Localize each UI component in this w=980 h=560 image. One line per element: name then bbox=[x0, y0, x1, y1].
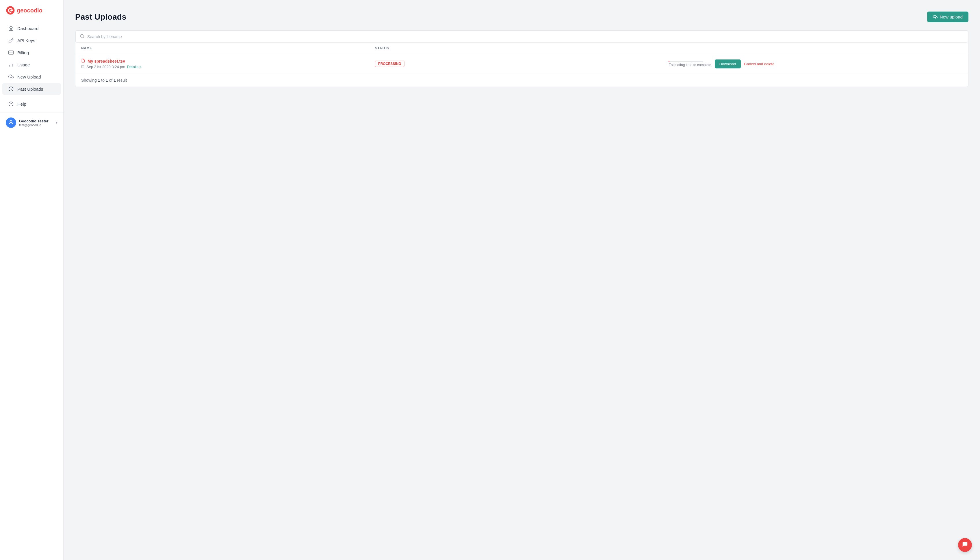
column-status-header: STATUS bbox=[375, 46, 669, 50]
row-actions: Estimating time to complete Download Can… bbox=[669, 60, 962, 68]
new-upload-button[interactable]: New upload bbox=[927, 12, 968, 22]
svg-line-13 bbox=[83, 37, 84, 38]
geocodio-logo-icon bbox=[6, 6, 15, 15]
user-info: Geocodio Tester test@geocod.io bbox=[19, 119, 53, 127]
home-icon bbox=[8, 25, 14, 31]
nav-help-list: Help bbox=[0, 98, 63, 113]
file-name: My spreadsheet.tsv bbox=[81, 58, 375, 63]
question-icon bbox=[8, 101, 14, 107]
main-content: Past Uploads New upload NAME STATUS bbox=[64, 0, 980, 560]
result-range-end: 1 bbox=[106, 78, 108, 83]
sidebar-item-usage[interactable]: Usage bbox=[2, 59, 61, 70]
upload-icon bbox=[8, 74, 14, 80]
sidebar-item-api-keys[interactable]: API Keys bbox=[2, 35, 61, 46]
progress-fill bbox=[669, 61, 669, 62]
svg-point-12 bbox=[80, 34, 84, 38]
result-total: 1 bbox=[114, 78, 116, 83]
table-header: NAME STATUS bbox=[75, 43, 968, 54]
chart-icon bbox=[8, 62, 14, 68]
sidebar-item-new-upload[interactable]: New Upload bbox=[2, 71, 61, 83]
sidebar-item-label: Past Uploads bbox=[17, 87, 43, 92]
result-range-start: 1 bbox=[98, 78, 100, 83]
chat-icon bbox=[962, 541, 968, 549]
page-header: Past Uploads New upload bbox=[75, 12, 968, 22]
user-name: Geocodio Tester bbox=[19, 119, 53, 123]
logo-area: geocodio bbox=[0, 0, 63, 20]
chevron-down-icon: ▾ bbox=[56, 121, 57, 125]
user-email: test@geocod.io bbox=[19, 123, 53, 127]
search-bar bbox=[75, 31, 968, 43]
table-footer: Showing 1 to 1 of 1 result bbox=[75, 74, 968, 87]
sidebar: geocodio Dashboard API Keys Billing bbox=[0, 0, 64, 560]
sidebar-item-help[interactable]: Help bbox=[2, 98, 61, 110]
nav-list: Dashboard API Keys Billing Usage bbox=[0, 20, 63, 98]
sidebar-help-label: Help bbox=[17, 102, 26, 107]
page-title: Past Uploads bbox=[75, 12, 126, 22]
progress-bar-area: Estimating time to complete bbox=[669, 61, 711, 67]
svg-point-10 bbox=[10, 121, 12, 123]
table-row: My spreadsheet.tsv Sep 21st 2020 3:24 pm… bbox=[75, 54, 968, 74]
sidebar-item-label: Billing bbox=[17, 50, 29, 55]
search-input[interactable] bbox=[87, 34, 964, 39]
sidebar-item-label: New Upload bbox=[17, 75, 41, 79]
file-info-cell: My spreadsheet.tsv Sep 21st 2020 3:24 pm… bbox=[81, 58, 375, 69]
column-actions-header bbox=[669, 46, 962, 50]
sidebar-item-past-uploads[interactable]: Past Uploads bbox=[2, 83, 61, 95]
brand-name: geocodio bbox=[17, 7, 42, 14]
sidebar-nav: Dashboard API Keys Billing Usage bbox=[0, 20, 63, 113]
calendar-icon bbox=[81, 65, 85, 69]
search-icon bbox=[80, 34, 84, 40]
clock-icon bbox=[8, 86, 14, 92]
result-label: result bbox=[117, 78, 127, 83]
status-cell: PROCESSING bbox=[375, 61, 669, 67]
download-button[interactable]: Download bbox=[715, 60, 741, 68]
sidebar-item-label: Usage bbox=[17, 62, 30, 67]
chat-bubble[interactable] bbox=[958, 538, 972, 552]
progress-bar bbox=[669, 61, 703, 62]
svg-rect-1 bbox=[9, 51, 13, 54]
sidebar-item-label: Dashboard bbox=[17, 26, 38, 31]
file-date: Sep 21st 2020 3:24 pm bbox=[86, 65, 125, 69]
uploads-table-wrapper: NAME STATUS My spreadsheet.tsv Sep 21st bbox=[75, 30, 968, 87]
cancel-delete-link[interactable]: Cancel and delete bbox=[744, 62, 774, 66]
details-link[interactable]: Details » bbox=[127, 65, 142, 69]
avatar bbox=[6, 117, 16, 128]
sidebar-item-label: API Keys bbox=[17, 38, 35, 43]
upload-arrow-icon bbox=[933, 15, 938, 19]
progress-text: Estimating time to complete bbox=[669, 63, 711, 67]
spreadsheet-icon bbox=[81, 58, 85, 63]
user-area[interactable]: Geocodio Tester test@geocod.io ▾ bbox=[0, 113, 63, 132]
svg-rect-14 bbox=[82, 65, 84, 68]
key-icon bbox=[8, 38, 14, 43]
column-name-header: NAME bbox=[81, 46, 375, 50]
file-meta: Sep 21st 2020 3:24 pm Details » bbox=[81, 65, 375, 69]
new-upload-button-label: New upload bbox=[940, 15, 963, 19]
status-badge: PROCESSING bbox=[375, 61, 405, 67]
sidebar-item-dashboard[interactable]: Dashboard bbox=[2, 23, 61, 34]
sidebar-item-billing[interactable]: Billing bbox=[2, 47, 61, 58]
credit-card-icon bbox=[8, 50, 14, 55]
